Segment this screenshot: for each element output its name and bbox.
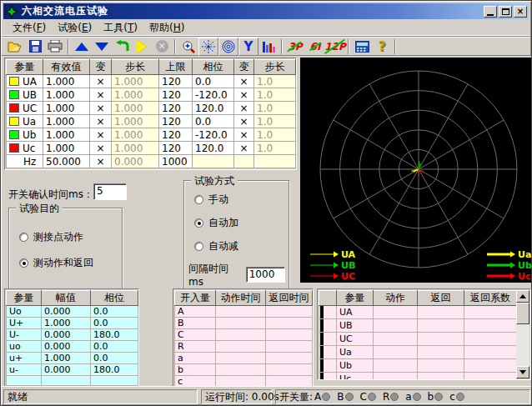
radio-button[interactable]	[194, 218, 203, 228]
lower-button[interactable]	[92, 38, 112, 56]
table-cell[interactable]: ×	[90, 155, 112, 168]
table-cell[interactable]: 1.000	[112, 142, 159, 155]
table-cell[interactable]: ×	[90, 88, 112, 102]
table-cell[interactable]: 1.0	[254, 142, 296, 155]
table-cell[interactable]: 1.000	[43, 88, 90, 102]
table-cell[interactable]: 1.000	[43, 128, 90, 142]
test-mode-option[interactable]: 自动减	[194, 239, 289, 253]
table-cell[interactable]: 1.0	[254, 115, 296, 128]
row-checkbox[interactable]	[320, 373, 324, 381]
table-cell[interactable]: ×	[234, 88, 254, 102]
scrollbar-thumb[interactable]	[516, 303, 529, 324]
table-cell[interactable]	[234, 155, 254, 168]
table-cell[interactable]: 1000	[159, 155, 193, 168]
y-connection-button[interactable]: Y	[238, 38, 258, 56]
menu-item[interactable]: 帮助(H)	[143, 20, 190, 36]
radio-button[interactable]	[19, 258, 28, 268]
table-cell[interactable]: 1.000	[43, 115, 90, 128]
stop-button[interactable]: ✕	[152, 38, 172, 56]
mode-6i-button[interactable]: 6I	[305, 38, 325, 56]
table-cell[interactable]: ×	[234, 115, 254, 128]
table-cell[interactable]: 1.0	[254, 102, 296, 115]
table-cell[interactable]: ×	[234, 142, 254, 155]
table-cell[interactable]: 1.000	[112, 128, 159, 142]
result-table-scrollbar[interactable]	[516, 290, 529, 378]
table-cell[interactable]: 1.000	[112, 102, 159, 115]
table-cell[interactable]	[254, 155, 296, 168]
table-cell[interactable]: 1.0	[254, 88, 296, 102]
menu-item[interactable]: 文件(F)	[7, 20, 52, 36]
table-cell[interactable]: UB	[7, 88, 43, 102]
table-cell[interactable]: 0.0	[193, 115, 234, 128]
table-cell[interactable]: 120	[159, 88, 193, 102]
raise-button[interactable]	[72, 38, 92, 56]
table-cell[interactable]: 1.000	[43, 75, 90, 88]
maximize-button[interactable]	[499, 6, 512, 18]
table-cell[interactable]: ×	[90, 142, 112, 155]
radio-button[interactable]	[19, 233, 28, 242]
row-checkbox[interactable]	[320, 333, 324, 346]
table-cell[interactable]: 120	[159, 142, 193, 155]
bar-view-button[interactable]	[258, 38, 279, 56]
radio-button[interactable]	[194, 195, 203, 204]
table-cell[interactable]: UC	[7, 102, 43, 115]
table-cell[interactable]: Uc	[7, 142, 43, 155]
scroll-down-button[interactable]	[516, 366, 529, 378]
interval-input[interactable]: 1000	[246, 267, 285, 283]
table-cell[interactable]: ×	[234, 75, 254, 88]
close-button[interactable]: ×	[514, 6, 527, 18]
table-cell[interactable]: ×	[90, 128, 112, 142]
confirm-time-input[interactable]: 5	[93, 183, 127, 200]
table-cell[interactable]: 120	[159, 128, 193, 142]
table-cell[interactable]: UA	[7, 75, 43, 88]
mode-12p-button[interactable]: 12P	[325, 38, 345, 56]
start-button[interactable]	[132, 38, 152, 56]
row-checkbox[interactable]	[320, 306, 324, 319]
table-cell[interactable]: Hz	[7, 155, 43, 168]
menu-item[interactable]: 试验(E)	[52, 20, 98, 36]
vector-view-button[interactable]	[198, 38, 218, 56]
table-cell[interactable]: ×	[90, 75, 112, 88]
row-checkbox[interactable]	[320, 319, 324, 333]
table-cell[interactable]: ×	[90, 102, 112, 115]
table-cell[interactable]: 1.000	[112, 75, 159, 88]
test-mode-option[interactable]: 自动加	[194, 216, 289, 230]
table-cell[interactable]: 120	[159, 75, 193, 88]
table-cell[interactable]: 120	[159, 102, 193, 115]
radio-button[interactable]	[194, 242, 203, 251]
table-cell[interactable]: ×	[90, 115, 112, 128]
table-cell[interactable]: 1.000	[43, 142, 90, 155]
table-cell[interactable]: 120.0	[193, 142, 234, 155]
test-purpose-option[interactable]: 测接点动作	[19, 230, 122, 244]
scroll-up-button[interactable]	[516, 290, 529, 303]
minimize-button[interactable]	[484, 6, 497, 18]
table-cell[interactable]: 0.000	[112, 155, 159, 168]
table-cell[interactable]: 1.000	[112, 115, 159, 128]
calculator-button[interactable]	[352, 38, 372, 56]
open-button[interactable]	[5, 38, 25, 56]
table-cell[interactable]: ×	[234, 128, 254, 142]
row-checkbox[interactable]	[320, 346, 324, 359]
table-cell[interactable]	[193, 155, 234, 168]
table-cell[interactable]: Ua	[7, 115, 43, 128]
print-button[interactable]	[45, 38, 65, 56]
table-cell[interactable]: 0.0	[193, 75, 234, 88]
table-cell[interactable]: 120.0	[193, 102, 234, 115]
table-cell[interactable]: 1.0	[254, 75, 296, 88]
save-button[interactable]	[25, 38, 45, 56]
help-button[interactable]: ?	[372, 38, 392, 56]
table-cell[interactable]: 1.0	[254, 128, 296, 142]
test-mode-option[interactable]: 手动	[194, 193, 289, 207]
menu-item[interactable]: 工具(T)	[98, 20, 143, 36]
mode-3p-button[interactable]: 3P	[285, 38, 305, 56]
table-cell[interactable]: 1.000	[43, 102, 90, 115]
zoom-button[interactable]	[178, 38, 198, 56]
table-cell[interactable]: 120	[159, 115, 193, 128]
table-cell[interactable]: 50.000	[43, 155, 90, 168]
reset-button[interactable]	[112, 38, 132, 56]
table-cell[interactable]: 1.000	[112, 88, 159, 102]
table-cell[interactable]: ×	[234, 102, 254, 115]
table-cell[interactable]: -120.0	[193, 128, 234, 142]
test-purpose-option[interactable]: 测动作和返回	[19, 256, 122, 270]
polar-view-button[interactable]	[218, 38, 238, 56]
